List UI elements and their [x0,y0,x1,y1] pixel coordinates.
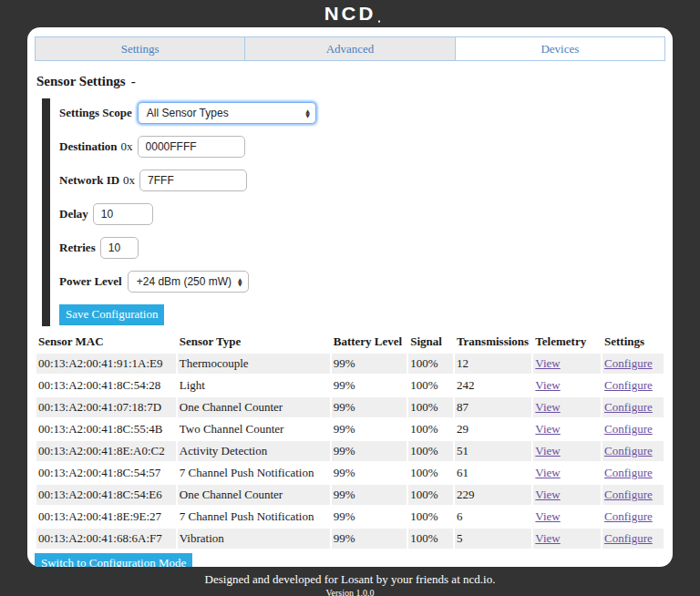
col-header-sensor-type: Sensor Type [178,332,330,352]
cell-type: Two Channel Counter [178,419,330,439]
cell-battery: 99% [332,397,407,417]
cell-transmissions: 5 [455,529,531,549]
cell-transmissions: 87 [455,397,531,417]
cell-signal: 100% [408,354,453,374]
cell-signal: 100% [408,397,453,417]
delay-input[interactable] [93,203,153,225]
sensors-table: Sensor MAC Sensor Type Battery Level Sig… [35,330,665,550]
view-telemetry-link[interactable]: View [535,488,560,501]
cell-transmissions: 229 [455,485,531,505]
delay-label: Delay [59,207,88,221]
configure-settings-link[interactable]: Configure [604,400,653,414]
retries-row: Retries [59,237,665,259]
cell-signal: 100% [408,463,453,483]
cell-type: One Channel Counter [178,397,330,417]
settings-scope-select[interactable]: All Sensor Types [138,102,316,124]
col-header-transmissions: Transmissions [455,332,531,352]
save-configuration-button[interactable]: Save Configuration [59,304,164,325]
destination-input[interactable] [138,136,245,158]
configure-settings-link[interactable]: Configure [604,356,653,370]
cell-mac: 00:13:A2:00:41:8E:A0:C2 [36,441,176,461]
select-arrows-icon [305,108,310,118]
destination-label: Destination [59,139,118,154]
switch-mode-row: Switch to Configuration Mode [35,553,665,567]
main-panel: Settings Advanced Devices Sensor Setting… [27,27,673,567]
cell-type: 7 Channel Push Notification [178,463,330,483]
view-telemetry-link[interactable]: View [535,466,560,479]
section-title: Sensor Settings [36,74,126,88]
view-telemetry-link[interactable]: View [535,356,560,370]
table-row: 00:13:A2:00:41:68:6A:F7 Vibration 99% 10… [36,529,664,549]
cell-mac: 00:13:A2:00:41:91:1A:E9 [36,354,176,374]
cell-transmissions: 29 [455,419,531,439]
view-telemetry-link[interactable]: View [535,509,560,523]
table-row: 00:13:A2:00:41:8C:55:4B Two Channel Coun… [36,419,664,439]
destination-hex-prefix: 0x [121,139,133,154]
cell-battery: 99% [332,463,407,483]
cell-type: Light [178,375,330,396]
view-telemetry-link[interactable]: View [535,378,560,392]
cell-mac: 00:13:A2:00:41:8E:9E:27 [36,507,176,527]
switch-configuration-mode-button[interactable]: Switch to Configuration Mode [35,553,192,567]
configure-settings-link[interactable]: Configure [604,509,653,523]
network-id-row: Network ID 0x [59,170,665,191]
tab-bar: Settings Advanced Devices [35,36,665,61]
cell-signal: 100% [408,529,453,549]
footer: Designed and developed for Losant by you… [0,572,700,596]
cell-mac: 00:13:A2:00:41:8C:54:E6 [36,485,176,505]
select-arrows-icon [238,277,242,286]
cell-battery: 99% [332,375,407,396]
cell-type: Thermocouple [178,354,330,374]
view-telemetry-link[interactable]: View [535,422,560,436]
cell-battery: 99% [332,529,407,549]
cell-battery: 99% [332,419,407,439]
retries-label: Retries [59,241,96,255]
configure-settings-link[interactable]: Configure [604,488,653,501]
table-row: 00:13:A2:00:41:8C:54:57 7 Channel Push N… [36,463,664,483]
configure-settings-link[interactable]: Configure [604,531,653,545]
footer-version: Version 1.0.0 [0,588,700,596]
delay-row: Delay [59,203,665,225]
tab-devices[interactable]: Devices [455,37,664,60]
configure-settings-link[interactable]: Configure [604,378,653,392]
section-heading: Sensor Settings- [36,74,664,89]
view-telemetry-link[interactable]: View [535,444,560,457]
view-telemetry-link[interactable]: View [535,531,560,545]
cell-mac: 00:13:A2:00:41:8C:54:28 [36,375,176,396]
cell-signal: 100% [408,441,453,461]
network-id-input[interactable] [139,170,247,191]
cell-mac: 00:13:A2:00:41:07:18:7D [36,397,176,417]
table-row: 00:13:A2:00:41:8E:9E:27 7 Channel Push N… [36,507,664,527]
table-row: 00:13:A2:00:41:91:1A:E9 Thermocouple 99%… [36,354,664,374]
col-header-battery-level: Battery Level [332,332,407,352]
power-level-row: Power Level +24 dBm (250 mW) [59,271,665,293]
tab-advanced[interactable]: Advanced [244,37,454,60]
network-id-hex-prefix: 0x [123,173,135,188]
cell-type: Vibration [178,529,330,549]
cell-mac: 00:13:A2:00:41:8C:55:4B [36,419,176,439]
destination-row: Destination 0x [59,136,665,158]
cell-signal: 100% [408,507,453,527]
col-header-sensor-mac: Sensor MAC [36,332,176,352]
sensor-settings-form: Settings Scope All Sensor Types Destinat… [42,98,665,326]
col-header-telemetry: Telemetry [533,332,601,352]
settings-scope-row: Settings Scope All Sensor Types [59,102,665,124]
table-row: 00:13:A2:00:41:8E:A0:C2 Activity Detecti… [36,441,664,461]
retries-input[interactable] [100,237,139,259]
tab-settings[interactable]: Settings [35,37,244,60]
settings-scope-label: Settings Scope [59,106,132,120]
power-level-select[interactable]: +24 dBm (250 mW) [128,271,249,293]
section-collapse-toggle[interactable]: - [131,74,136,88]
view-telemetry-link[interactable]: View [535,400,560,414]
cell-signal: 100% [408,485,453,505]
table-row: 00:13:A2:00:41:8C:54:E6 One Channel Coun… [36,485,664,505]
cell-transmissions: 51 [455,441,531,461]
cell-battery: 99% [332,507,407,527]
configure-settings-link[interactable]: Configure [604,466,653,479]
cell-signal: 100% [408,375,453,396]
cell-type: Activity Detection [178,441,330,461]
cell-mac: 00:13:A2:00:41:8C:54:57 [36,463,176,483]
cell-type: 7 Channel Push Notification [178,507,330,527]
configure-settings-link[interactable]: Configure [604,422,653,436]
configure-settings-link[interactable]: Configure [604,444,653,457]
